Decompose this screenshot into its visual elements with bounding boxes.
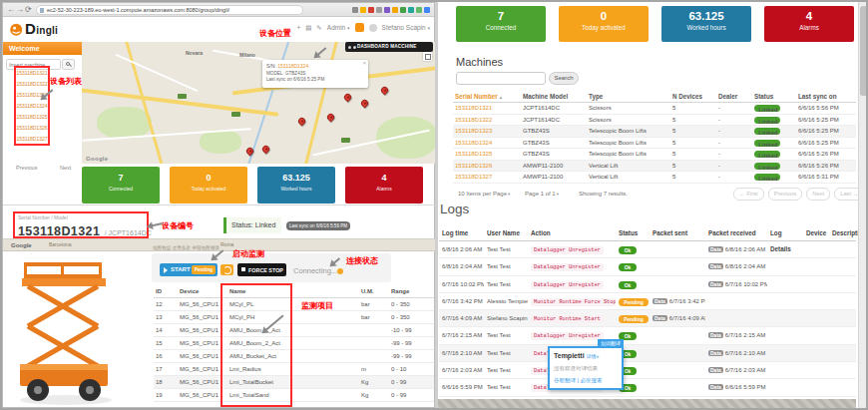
tooltip-detail-link[interactable]: 详情» — [587, 353, 600, 359]
table-row[interactable]: 153118D1325 GTBZ43S Telescopic Boom Lift… — [453, 149, 856, 161]
column-header[interactable]: Dealer — [716, 90, 752, 103]
search-button[interactable] — [62, 59, 75, 70]
map-pin-icon[interactable] — [360, 99, 370, 109]
table-row[interactable]: 6/7/16 4:09 AM Stefano Scapin Monitor Ru… — [439, 310, 856, 327]
column-header[interactable]: Last sync on — [796, 90, 856, 103]
cell-range: 0 - 99 — [389, 389, 434, 402]
table-row[interactable]: 6/7/16 10:02 PM Test Test Datalogger Unr… — [439, 276, 856, 293]
cell-serial-link[interactable]: 153118D1325 — [453, 149, 521, 160]
table-row[interactable]: 13 MG_56_CPU1 MCyl_PH bar 0 - 350 — [154, 311, 434, 324]
cell-status: Linked — [752, 172, 796, 183]
cell-log-time: 6/7/16 2:10 AM — [439, 345, 484, 361]
table-row[interactable]: 15 MG_56_CPU1 AMU_Boom_2_Act -99 - 99 — [154, 337, 434, 350]
machines-search-input[interactable] — [456, 72, 546, 85]
reload-icon[interactable]: ⟳ — [25, 5, 32, 15]
user-menu[interactable]: Stefano Scapin ▾ — [382, 24, 430, 31]
column-header[interactable]: Machine Model — [521, 90, 587, 103]
table-row[interactable]: 6/8/16 2:04 AM Test Test Datalogger Unre… — [439, 258, 856, 275]
table-row[interactable]: 19 MG_56_CPU1 Lmi_TotalSand Kg 0 - 99 — [154, 389, 434, 402]
edit-icon[interactable]: ✎ — [316, 24, 321, 32]
previous-page-button[interactable]: Previous — [768, 188, 803, 201]
brand-logo[interactable]: Dingli — [9, 20, 58, 37]
table-row[interactable]: 17 MG_56_CPU1 Lmi_Radius m 0 - 10 — [154, 363, 434, 376]
extension-icon[interactable] — [408, 7, 414, 13]
table-row[interactable]: 6/7/16 3:42 PM Alessio Tempietti Monitor… — [439, 293, 856, 310]
column-header[interactable]: Status — [752, 90, 796, 103]
column-header[interactable]: Serial Number — [453, 90, 521, 103]
table-row[interactable]: 6/7/16 2:15 AM Test Test Datalogger Unre… — [439, 327, 856, 344]
refresh-button[interactable] — [220, 264, 233, 275]
extension-icon[interactable] — [376, 7, 382, 13]
extension-icon[interactable] — [416, 7, 422, 13]
popup-serial-link[interactable]: 153118D1324 — [277, 63, 308, 69]
notification-badge[interactable] — [355, 23, 364, 32]
print-icon[interactable]: ▤ — [305, 24, 311, 32]
cell-serial-link[interactable]: 153118D1322 — [453, 115, 521, 126]
column-header[interactable]: Type — [587, 90, 670, 103]
dashboard-macchine-toolbar[interactable]: DASHBOARD MACCHINE — [345, 42, 433, 52]
table-row[interactable]: 6/6/16 5:59 PM Test Test Datalogger Unre… — [439, 379, 856, 396]
forward-icon[interactable]: → — [16, 5, 24, 15]
page-select[interactable]: Page 1 of 1 — [525, 191, 559, 197]
tooltip-search-links[interactable]: 谷歌翻译 | 必应搜索 — [554, 377, 603, 384]
table-row[interactable]: 153118D1324 GTBZ43S Telescopic Boom Lift… — [453, 138, 856, 150]
cell-range: -99 - 99 — [389, 337, 434, 350]
table-row[interactable]: 153118D1322 JCPT1614DC Scissors 5 - Link… — [453, 115, 856, 127]
extension-icon[interactable] — [384, 7, 390, 13]
cell-range: 0 - 10 — [389, 363, 434, 376]
cell-serial-link[interactable]: 153118D1323 — [453, 126, 521, 137]
table-row[interactable]: 6/8/16 2:06 AM Test Test Datalogger Unre… — [439, 241, 856, 258]
cell-serial-link[interactable]: 153118D1327 — [453, 172, 521, 183]
cell-serial-link[interactable]: 153118D1324 — [453, 138, 521, 149]
table-row[interactable]: 6/7/16 2:03 AM Test Test Datalogger Unre… — [439, 362, 856, 379]
first-page-button[interactable]: ← First — [733, 188, 764, 201]
machines-search-button[interactable]: Search — [549, 72, 579, 85]
next-link[interactable]: Next — [60, 165, 71, 171]
force-stop-button[interactable]: FORCE STOP — [237, 263, 286, 276]
extension-icon[interactable] — [368, 7, 374, 13]
table-row[interactable]: 153118D1323 GTBZ43S Telescopic Boom Lift… — [453, 126, 856, 138]
cell-serial-link[interactable]: 153118D1321 — [453, 103, 521, 114]
stat-value: 0 — [170, 173, 247, 183]
next-page-button[interactable]: Next — [806, 188, 830, 201]
scrollbar-thumb[interactable] — [860, 6, 867, 96]
machines-map[interactable]: Novara Milano DASHBOARD MACCHINE × S/N: … — [82, 42, 435, 164]
cell-serial-link[interactable]: 153118D1326 — [453, 161, 521, 172]
sidebar-tab-welcome[interactable]: Welcome — [3, 42, 82, 55]
cell-um: m — [359, 363, 389, 376]
key-extension-icon[interactable] — [352, 7, 358, 13]
admin-menu[interactable]: Admin ▾ — [327, 24, 350, 31]
close-icon[interactable]: × — [362, 60, 366, 66]
map-pin-icon[interactable] — [261, 145, 271, 155]
extension-icon[interactable] — [392, 7, 398, 13]
stat-card: 4 Alarms — [764, 6, 854, 42]
fullscreen-control-icon[interactable] — [423, 52, 432, 61]
play-icon — [164, 267, 171, 273]
extension-icon[interactable] — [424, 7, 430, 13]
back-icon[interactable]: ← — [7, 5, 15, 15]
address-bar[interactable]: ec2-52-30-223-189.eu-west-1.compute.amaz… — [36, 5, 303, 15]
table-row[interactable]: 14 MG_56_CPU1 AMU_Boom_1_Act -10 - 99 — [154, 324, 434, 337]
add-icon[interactable]: + — [296, 24, 300, 31]
table-row[interactable]: 16 MG_56_CPU1 AMU_Bucket_Act -99 - 99 — [154, 350, 434, 363]
items-per-page-select[interactable]: 10 Items per Page — [458, 191, 510, 197]
cell-n-devices: 5 — [670, 138, 716, 149]
table-row[interactable]: 6/7/16 2:10 AM Test Test Datalogger Unre… — [439, 345, 856, 362]
map-attribution-links[interactable]: 地图数据 使用条款 举报地图错误 — [153, 245, 219, 250]
map-pin-icon[interactable] — [380, 86, 390, 96]
table-row[interactable]: 12 MG_56_CPU1 MCyl_PL bar 0 - 350 — [154, 298, 434, 311]
table-row[interactable]: 153118D1321 JCPT1614DC Scissors 5 - Link… — [453, 103, 856, 115]
map-pin-icon[interactable] — [343, 93, 353, 103]
map-pin-icon[interactable] — [326, 113, 336, 123]
bookmark-star-icon[interactable] — [360, 7, 366, 13]
map-pin-icon[interactable] — [297, 117, 307, 127]
column-header[interactable]: N Devices — [670, 90, 716, 103]
cell-user-name: Test Test — [484, 276, 528, 292]
previous-link[interactable]: Previous — [16, 165, 37, 171]
table-row[interactable]: 153118D1326 AMWP11-2100 Vertical Lift 5 … — [453, 161, 856, 173]
table-row[interactable]: 18 MG_56_CPU1 Lmi_TotalBucket Kg 0 - 99 — [154, 376, 434, 389]
cell-user-name: Test Test — [484, 379, 528, 395]
extension-icon[interactable] — [400, 7, 406, 13]
table-row[interactable]: 153118D1327 AMWP11-2100 Vertical Lift 5 … — [453, 172, 856, 184]
status-badge: Linked — [754, 105, 780, 112]
